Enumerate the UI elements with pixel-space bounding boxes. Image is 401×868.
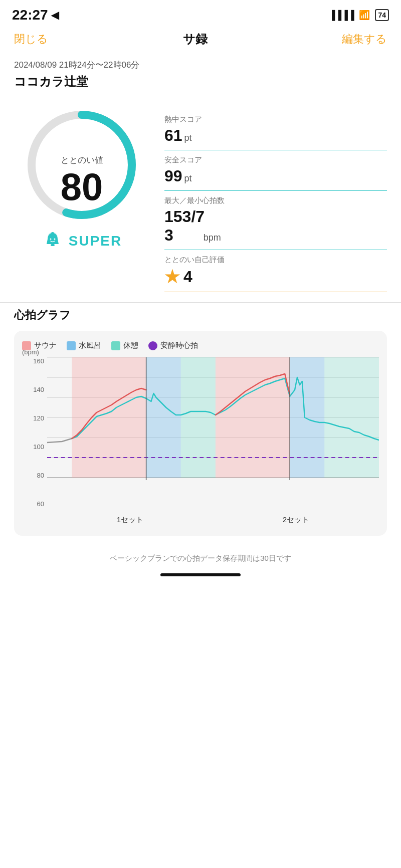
x-label-2set: 2セット [283,515,309,525]
svg-rect-15 [146,357,181,478]
ring-label: ととのい値 [61,154,103,166]
battery-icon: 74 [375,9,389,21]
star-rating: ★ 4 [164,267,387,287]
session-info: 2024/08/09 21時24分〜22時06分 ココカラ辻堂 [0,55,401,100]
safe-score-item: 安全スコア 99 pt [164,150,387,191]
graph-card: サウナ 水風呂 休憩 安静時心拍 (bpm) 160 140 120 100 [14,331,387,536]
wifi-icon: 📶 [359,10,370,21]
location-icon: ◀ [51,9,59,21]
close-button[interactable]: 閉じる [14,32,48,47]
graph-section: 心拍グラフ サウナ 水風呂 休憩 安静時心拍 (bpm) [0,303,401,546]
y-label-140: 140 [33,386,44,393]
svg-rect-19 [324,357,379,478]
home-indicator [0,567,401,584]
ring-chart-container: ととのい値 80 SUPER [14,105,149,265]
y-axis-unit: (bpm) [22,348,39,356]
x-label-1set: 1セット [117,515,143,525]
status-icons: ▐▐▐▐ 📶 74 [328,9,389,21]
y-label-100: 100 [33,443,44,451]
bottom-note: ベーシックプランでの心拍データ保存期間は30日です [0,546,401,567]
heat-score-label: 熱中スコア [164,115,387,124]
y-axis: 160 140 120 100 80 60 [22,357,47,508]
legend-mizu-dot [67,341,76,350]
safe-score-label: 安全スコア [164,155,387,165]
heart-rate-label: 最大／最小心拍数 [164,196,387,205]
self-eval-item: ととのい自己評価 ★ 4 [164,250,387,292]
x-axis-labels: 1セット 2セット [47,508,379,528]
graph-title: 心拍グラフ [14,308,387,323]
score-area: ととのい値 80 SUPER 熱中スコア 61 pt [0,100,401,302]
svg-rect-18 [290,357,324,478]
svg-rect-14 [72,357,146,478]
nav-bar: 閉じる サ録 編集する [0,27,401,55]
self-eval-label: ととのい自己評価 [164,255,387,265]
graph-wrap: (bpm) 160 140 120 100 80 60 [22,357,379,528]
y-label-60: 60 [37,500,44,508]
signal-icon: ▐▐▐▐ [328,10,354,21]
heart-rate-item: 最大／最小心拍数 153/7 3 bpm [164,191,387,250]
heat-score-value: 61 pt [164,126,387,145]
home-bar [160,573,241,576]
status-bar: 22:27 ◀ ▐▐▐▐ 📶 74 [0,0,401,27]
graph-legend: サウナ 水風呂 休憩 安静時心拍 [22,341,379,350]
legend-ansei: 安静時心拍 [148,341,198,350]
status-time: 22:27 ◀ [12,7,59,23]
stats-panel: 熱中スコア 61 pt 安全スコア 99 pt 最大／最小心拍数 153/7 3… [164,105,387,292]
y-label-80: 80 [37,472,44,479]
session-date: 2024/08/09 21時24分〜22時06分 [14,59,387,71]
ring-center: ととのい値 80 [22,120,142,240]
graph-area [47,357,379,508]
safe-score-value: 99 pt [164,167,387,185]
y-label-120: 120 [33,414,44,422]
graph-svg [47,357,379,508]
legend-ansei-dot [148,341,157,350]
legend-ansei-label: 安静時心拍 [160,341,198,350]
heat-score-item: 熱中スコア 61 pt [164,110,387,150]
star-icon: ★ [164,267,179,287]
legend-yasumi: 休憩 [111,341,138,350]
page-title: サ録 [183,31,208,47]
legend-yasumi-label: 休憩 [123,341,138,350]
star-value: 4 [183,268,192,286]
legend-yasumi-dot [111,341,120,350]
edit-button[interactable]: 編集する [342,32,387,47]
svg-rect-3 [51,244,55,246]
legend-mizu: 水風呂 [67,341,101,350]
ring-value: 80 [61,168,103,206]
svg-rect-16 [181,357,216,478]
heart-rate-value: 153/7 3 bpm [164,207,387,245]
legend-mizu-label: 水風呂 [79,341,101,350]
session-place: ココカラ辻堂 [14,74,387,90]
y-label-160: 160 [33,357,44,365]
